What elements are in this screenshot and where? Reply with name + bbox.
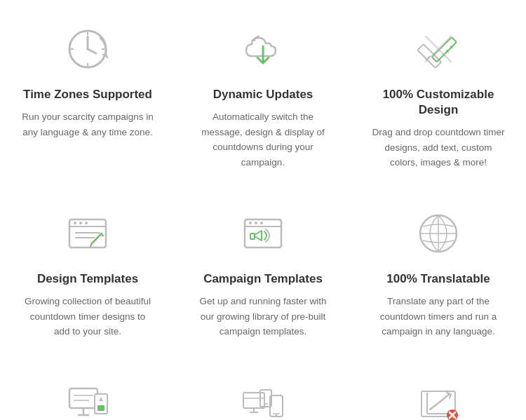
translatable-icon xyxy=(410,205,466,262)
campaign-templates-title: Campaign Templates xyxy=(203,271,323,287)
feature-display-anywhere: Display Anywhere Run a campaign on your … xyxy=(0,360,175,420)
design-templates-title: Design Templates xyxy=(37,271,138,287)
customizable-icon xyxy=(410,21,466,77)
dynamic-updates-desc: Automatically switch the message, design… xyxy=(196,109,330,170)
design-templates-icon xyxy=(60,205,116,262)
translatable-desc: Translate any part of the countdown time… xyxy=(372,294,505,339)
feature-campaign-templates: Campaign Templates Get up and running fa… xyxy=(175,191,351,360)
customizable-desc: Drag and drop countdown timer designs, a… xyxy=(372,125,505,170)
feature-mobile-friendly: Fully Mobile Friendly All countdown time… xyxy=(175,360,351,420)
customizable-title: 100% Customizable Design xyxy=(372,87,505,118)
campaign-templates-desc: Get up and running faster with our growi… xyxy=(196,294,330,339)
svg-line-2 xyxy=(88,49,96,53)
svg-rect-35 xyxy=(69,388,97,408)
feature-translatable: 100% Translatable Translate any part of … xyxy=(351,191,526,360)
svg-rect-43 xyxy=(243,393,264,408)
mobile-friendly-icon xyxy=(235,374,291,420)
features-grid: Time Zones Supported Run your scarcity c… xyxy=(0,0,526,420)
svg-rect-31 xyxy=(250,233,255,239)
dynamic-updates-title: Dynamic Updates xyxy=(213,87,313,102)
translatable-title: 100% Translatable xyxy=(386,271,490,287)
svg-point-29 xyxy=(255,222,257,224)
svg-point-20 xyxy=(85,222,88,224)
feature-dynamic-updates: Dynamic Updates Automatically switch the… xyxy=(175,7,351,191)
svg-point-18 xyxy=(74,222,76,224)
svg-point-30 xyxy=(260,222,263,224)
feature-time-zones: Time Zones Supported Run your scarcity c… xyxy=(0,7,175,191)
svg-point-19 xyxy=(79,222,82,224)
design-templates-desc: Growing collection of beautiful countdow… xyxy=(21,294,154,339)
campaign-templates-icon xyxy=(235,205,291,262)
dynamic-updates-icon xyxy=(235,21,291,77)
svg-line-25 xyxy=(90,243,92,246)
svg-point-51 xyxy=(276,414,278,416)
display-anywhere-icon xyxy=(60,374,116,420)
time-zones-icon xyxy=(60,21,116,77)
time-zones-desc: Run your scarcity campaigns in any langu… xyxy=(21,109,154,140)
feature-customizable: 100% Customizable Design Drag and drop c… xyxy=(351,7,526,191)
svg-rect-41 xyxy=(97,405,104,411)
svg-rect-10 xyxy=(432,37,457,62)
time-zones-title: Time Zones Supported xyxy=(23,87,152,102)
feature-design-templates: Design Templates Growing collection of b… xyxy=(0,191,175,360)
feature-auto-end: Auto-End Campaign Automatically stop sho… xyxy=(351,360,526,420)
auto-end-icon xyxy=(410,374,466,420)
svg-marker-24 xyxy=(102,233,104,236)
svg-point-28 xyxy=(249,222,252,224)
